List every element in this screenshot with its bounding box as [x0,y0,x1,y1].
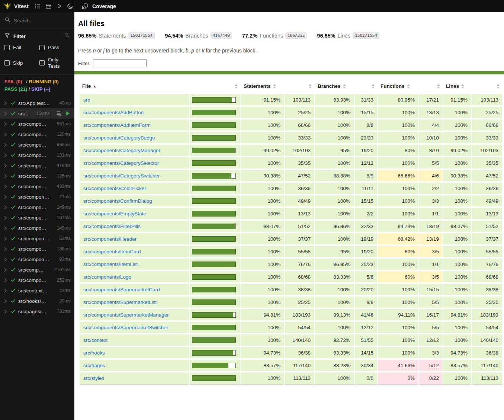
file-link[interactable]: src/components/Logo [83,274,131,280]
lines-pct-cell: 98.07% [443,220,472,233]
file-link[interactable]: src/components/CategoryBadge [83,135,155,141]
file-link[interactable]: src/styles [83,375,104,381]
test-file-item[interactable]: src/compo…131ms [0,150,74,160]
dashboard-icon[interactable] [45,3,52,10]
filter-checkbox-skip[interactable]: Skip [4,57,39,69]
expand-chevron-icon[interactable] [3,288,8,293]
column-header-branches-abs[interactable] [354,79,378,93]
filter-checkbox-fail[interactable]: Fail [4,44,39,51]
file-link[interactable]: src/components/ItemList [83,262,138,267]
tree-view-icon[interactable] [34,3,41,10]
column-header-lines-abs[interactable] [472,79,503,93]
column-header-functions[interactable]: Functions [378,79,419,93]
search-input[interactable] [14,18,62,23]
column-header-branches[interactable]: Branches [315,79,354,93]
expand-chevron-icon[interactable] [3,111,8,116]
file-link[interactable]: src/components/ItemCard [83,249,141,254]
test-file-item[interactable]: src/pages/…731ms [0,306,74,317]
file-link[interactable]: src/components/SupermarketSwitcher [83,325,168,330]
expand-chevron-icon[interactable] [3,299,8,304]
file-link[interactable]: src/context [83,337,107,343]
test-file-item[interactable]: src/comp…2162ms [0,264,74,275]
test-file-item[interactable]: src/hooks/…20ms [0,296,74,306]
expand-chevron-icon[interactable] [3,267,8,272]
funnel-icon [4,33,10,40]
expand-chevron-icon[interactable] [3,122,8,126]
file-link[interactable]: src/components/FilterPills [83,224,141,229]
test-file-item[interactable]: src/compo…138ms [0,244,74,254]
column-header-file[interactable]: File▲ [79,79,189,93]
test-file-item[interactable]: src/compon…53ms [0,233,74,244]
expand-chevron-icon[interactable] [3,205,8,210]
test-file-item[interactable]: src/App.test…40ms [0,98,74,108]
expand-chevron-icon[interactable] [3,226,8,231]
expand-chevron-icon[interactable] [3,163,8,168]
column-header-statements[interactable]: Statements [241,79,285,93]
expand-chevron-icon[interactable] [3,215,8,220]
test-file-item[interactable]: src/compo…101ms [0,212,74,223]
expand-chevron-icon[interactable] [3,101,8,106]
lines-abs-cell: 25/25 [472,106,503,119]
expand-chevron-icon[interactable] [3,184,8,189]
test-file-item[interactable]: src…159ms [0,108,74,119]
test-file-item[interactable]: src/compon…21ms [0,192,74,202]
coverage-tab[interactable]: Coverage [81,3,116,10]
coverage-filter-input[interactable] [93,59,147,67]
test-file-item[interactable]: src/compo…433ms [0,181,74,192]
expand-chevron-icon[interactable] [3,247,8,251]
file-link[interactable]: src/components/CategorySelector [83,160,159,166]
expand-chevron-icon[interactable] [3,195,8,199]
lines-abs-cell: 103/113 [472,93,503,106]
expand-chevron-icon[interactable] [3,132,8,137]
test-file-item[interactable]: src/compo…149ms [0,202,74,212]
clear-filter-icon[interactable] [64,33,70,40]
task-list-icon[interactable] [55,110,62,117]
column-header-functions-abs[interactable] [419,79,443,93]
expand-chevron-icon[interactable] [3,142,8,147]
branches-abs-cell: 11/11 [354,182,378,195]
file-link[interactable]: src/components/AddButton [83,110,144,115]
expand-chevron-icon[interactable] [3,309,8,314]
vitest-ui-window: Vitest [0,0,504,420]
file-link[interactable]: src/components/SupermarketList [83,299,157,305]
test-file-item[interactable]: src/compo…149ms [0,223,74,233]
test-file-item[interactable]: src/context…43ms [0,285,74,296]
file-link[interactable]: src/components/CategoryManager [83,148,160,153]
run-test-icon[interactable] [65,110,71,116]
column-header-lines[interactable]: Lines [443,79,472,93]
file-link[interactable]: src/components/ColorPicker [83,186,146,191]
expand-chevron-icon[interactable] [3,174,8,179]
column-header-bar[interactable] [189,79,241,93]
filter-checkbox-only-tests[interactable]: Only Tests [39,57,70,69]
file-link[interactable]: src/components/SupermarketManager [83,312,169,318]
file-link[interactable]: src/components/AddItemForm [83,122,151,128]
file-link[interactable]: src/components/EmptyState [83,211,146,217]
test-file-item[interactable]: src/compon…93ms [0,254,74,264]
dark-mode-icon[interactable] [66,3,74,10]
file-link[interactable]: src/components/CategorySwitcher [83,173,160,179]
test-file-item[interactable]: src/compo…126ms [0,171,74,181]
expand-chevron-icon[interactable] [3,153,8,158]
file-link[interactable]: src/hooks [83,350,105,356]
test-file-item[interactable]: src/compo…561ms [0,119,74,129]
test-file-item[interactable]: src/compo…120ms [0,129,74,140]
file-link[interactable]: src/components/ConfirmDialog [83,198,152,204]
branches-pct-cell: 100% [315,131,354,144]
coverage-bar [192,148,236,153]
functions-pct-cell: 0% [378,372,419,384]
file-link[interactable]: src [83,97,90,103]
coverage-bar [192,299,236,305]
file-link[interactable]: src/components/SupermarketCard [83,287,160,292]
test-file-item[interactable]: src/compo…418ms [0,160,74,171]
filter-checkbox-pass[interactable]: Pass [39,44,70,51]
expand-chevron-icon[interactable] [3,236,8,241]
functions-abs-cell: 18/19 [419,220,443,233]
file-link[interactable]: src/pages [83,363,105,368]
test-file-item[interactable]: src/compo…669ms [0,140,74,150]
test-file-item[interactable]: src/compo…252ms [0,275,74,285]
expand-chevron-icon[interactable] [3,278,8,283]
column-header-statements-abs[interactable] [285,79,315,93]
file-link[interactable]: src/components/Header [83,236,137,242]
run-all-icon[interactable] [55,3,63,10]
expand-chevron-icon[interactable] [3,257,8,262]
